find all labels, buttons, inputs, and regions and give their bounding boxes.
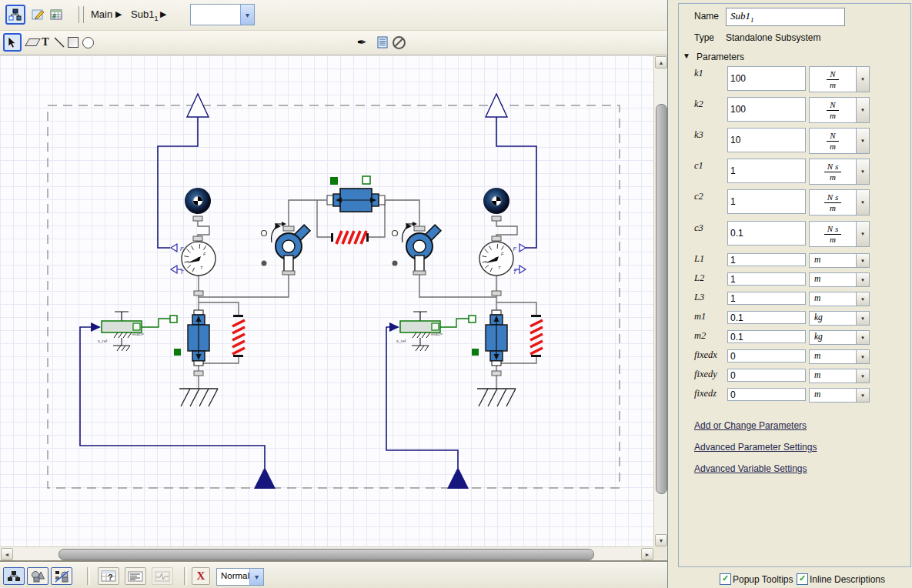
signal-port-hollow-right[interactable] [469, 316, 476, 322]
probe-waveform-icon [155, 571, 170, 582]
3d-view-toggle[interactable] [27, 567, 48, 585]
ellipse-tool-button[interactable] [79, 33, 96, 52]
signal-port-filled-central[interactable] [330, 177, 338, 185]
breadcrumb-main[interactable]: Main [91, 8, 112, 20]
signal-port-hollow-central[interactable] [362, 176, 370, 184]
disable-button[interactable] [389, 33, 408, 52]
diagram-view-toggle[interactable] [3, 567, 25, 585]
model-tree-view-button[interactable] [5, 5, 25, 25]
param-unit-select[interactable]: N sm▼ [809, 189, 870, 215]
param-value-input[interactable] [727, 253, 806, 266]
advanced-parameter-settings-link[interactable]: Advanced Parameter Settings [694, 442, 817, 453]
component-force-sensor-left[interactable]: F T [182, 242, 215, 276]
component-inertia-right[interactable] [483, 188, 509, 214]
param-unit-select[interactable]: Nm▼ [809, 128, 870, 154]
param-unit-select[interactable]: kg▼ [809, 330, 870, 345]
split-view-toggle[interactable] [51, 567, 72, 585]
param-unit-select[interactable]: Nm▼ [809, 97, 870, 123]
param-unit-select[interactable]: m▼ [809, 253, 870, 268]
param-value-input[interactable] [727, 349, 806, 362]
view-toolbar: ? X Normal ▾ [0, 563, 667, 588]
param-name: fixedy [694, 369, 717, 380]
param-value-input[interactable] [727, 97, 806, 122]
parameter-sheet-button[interactable]: # [46, 5, 66, 25]
scroll-left-icon[interactable]: ◄ [1, 548, 13, 560]
param-value-input[interactable] [727, 66, 806, 91]
component-inertia-left[interactable] [185, 188, 211, 214]
vertical-scroll-thumb[interactable] [656, 104, 667, 494]
component-search-combobox[interactable]: ▾ [190, 4, 255, 25]
console-pane-button[interactable] [125, 567, 146, 585]
annotation-pen-button[interactable]: ✒ [352, 33, 371, 52]
line-tool-icon [54, 37, 65, 48]
param-unit-select[interactable]: kg▼ [809, 311, 870, 326]
param-value-input[interactable] [727, 189, 806, 214]
scroll-up-icon[interactable]: ▲ [655, 56, 667, 68]
param-name: c3 [694, 222, 703, 234]
rectangle-icon [68, 37, 79, 48]
param-value-input[interactable] [727, 128, 806, 152]
param-unit-select[interactable]: m▼ [809, 388, 870, 403]
param-value-input[interactable] [727, 388, 806, 401]
signal-port-hollow-left[interactable] [170, 316, 177, 322]
combobox-arrow-icon[interactable]: ▾ [240, 5, 254, 25]
dropdown-arrow-icon: ▼ [856, 67, 869, 92]
horizontal-scroll-thumb[interactable] [58, 549, 594, 560]
delete-button[interactable]: X [192, 567, 210, 585]
svg-text:exact=: exact= [431, 332, 443, 336]
popup-tooltips-checkbox[interactable]: ✓ [720, 573, 731, 585]
param-name: L2 [694, 272, 704, 284]
component-force-sensor-right[interactable]: F T [479, 242, 513, 276]
add-change-parameters-link[interactable]: Add or Change Parameters [694, 420, 807, 431]
name-input[interactable]: Sub11 [726, 8, 845, 26]
signal-port-filled-right[interactable] [472, 349, 479, 356]
quill-pen-icon: ✒ [357, 35, 367, 49]
param-unit-select[interactable]: Nm▼ [809, 66, 870, 92]
param-name: L3 [694, 292, 704, 303]
dropdown-arrow-icon: ▼ [856, 190, 869, 215]
param-name: k2 [694, 99, 703, 110]
param-unit-select[interactable]: m▼ [809, 369, 870, 383]
param-value-input[interactable] [727, 221, 806, 246]
param-unit-select[interactable]: N sm▼ [809, 159, 870, 185]
dropdown-arrow-icon: ▼ [856, 350, 869, 363]
param-value-input[interactable] [727, 159, 806, 183]
param-unit-select[interactable]: m▼ [809, 349, 870, 364]
param-value-input[interactable] [727, 311, 806, 324]
combobox-arrow-icon[interactable]: ▾ [249, 569, 263, 585]
dropdown-arrow-icon: ▼ [856, 312, 869, 325]
inline-descriptions-checkbox[interactable]: ✓ [797, 573, 808, 585]
param-value-input[interactable] [727, 369, 806, 382]
dropdown-arrow-icon: ▼ [856, 369, 869, 383]
param-unit-select[interactable]: N sm▼ [809, 221, 870, 247]
signal-port-filled-left[interactable] [174, 349, 181, 356]
svg-text:F: F [180, 246, 184, 252]
param-unit-select[interactable]: m▼ [809, 272, 870, 287]
inline-descriptions-label: Inline Descriptions [810, 574, 885, 585]
param-value-input[interactable] [727, 330, 806, 343]
documentation-button[interactable] [374, 33, 391, 52]
parameters-collapse-toggle[interactable]: ▼ [683, 52, 690, 60]
select-tool-button[interactable] [3, 33, 22, 52]
model-canvas[interactable]: F T F T [0, 55, 653, 546]
vertical-scrollbar[interactable]: ▲ ▼ [653, 55, 667, 546]
statusbar-separator [184, 567, 187, 585]
breadcrumb-sub1[interactable]: Sub11 [131, 8, 158, 22]
help-pane-button[interactable]: ? [98, 567, 119, 585]
parameters-header: Parameters [697, 52, 744, 62]
advanced-variable-settings-link[interactable]: Advanced Variable Settings [694, 463, 807, 474]
scroll-down-icon[interactable]: ▼ [655, 534, 667, 546]
param-value-input[interactable] [727, 272, 806, 286]
param-unit-select[interactable]: m▼ [809, 292, 870, 306]
name-label: Name [694, 11, 719, 22]
dropdown-arrow-icon: ▼ [856, 98, 869, 122]
horizontal-scrollbar[interactable]: ◄ ► [0, 546, 653, 560]
breadcrumb-arrow-icon: ▶ [160, 9, 166, 19]
3d-view-icon [31, 570, 45, 583]
combobox-field[interactable] [191, 5, 240, 25]
scroll-right-icon[interactable]: ► [641, 548, 653, 560]
pencil-document-icon [32, 8, 45, 21]
probe-pane-button[interactable] [152, 567, 173, 585]
mode-combobox[interactable]: Normal ▾ [216, 568, 264, 586]
param-value-input[interactable] [727, 292, 806, 305]
